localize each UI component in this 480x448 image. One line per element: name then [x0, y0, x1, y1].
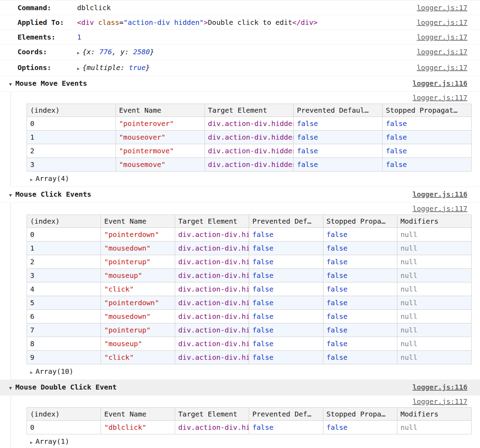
cell-prevented-default: false	[249, 323, 323, 337]
cell-stopped-propagation: false	[383, 144, 472, 158]
cell-stopped-propagation: false	[323, 310, 397, 323]
cell-stopped-propagation: false	[323, 323, 397, 337]
collapse-arrow-icon[interactable]: ▼	[9, 80, 12, 89]
cell-event-name: "mousedown"	[101, 241, 175, 255]
tag-open-token: <div	[77, 18, 98, 27]
group-header-mouse-click-events[interactable]: ▼ Mouse Click Events logger.js:116	[0, 187, 480, 203]
cell-target-element[interactable]: div.action-div.hidden	[175, 351, 249, 364]
source-link[interactable]: logger.js:17	[417, 4, 468, 12]
cell-stopped-propagation: false	[323, 255, 397, 269]
group-header-mouse-double-click-event[interactable]: ▼ Mouse Double Click Event logger.js:116	[0, 380, 480, 396]
cell-prevented-default: false	[249, 269, 323, 282]
cell-target-element[interactable]: div.action-div.hidden	[175, 282, 249, 296]
source-link[interactable]: logger.js:116	[412, 190, 467, 198]
cell-event-name: "dblclick"	[101, 421, 175, 434]
cell-prevented-default: false	[249, 421, 323, 434]
cell-stopped-propagation: false	[323, 241, 397, 255]
table-row: 9 "click" div.action-div.hidden false fa…	[27, 351, 472, 364]
table-row: 2 "pointermove" div.action-div.hidden fa…	[27, 144, 472, 158]
cell-event-name: "mouseup"	[101, 337, 175, 351]
table-row: 0 "dblclick" div.action-div.hidden false…	[27, 421, 472, 434]
cell-prevented-default: false	[294, 158, 383, 172]
command-value: dblclick	[77, 4, 111, 12]
console-entry-coords: Coords: ▶ {x: 776, y: 2580} logger.js:17	[0, 44, 480, 60]
source-link[interactable]: logger.js:117	[412, 204, 467, 213]
column-header: Target Element	[175, 215, 249, 228]
cell-index: 3	[27, 269, 101, 282]
cell-target-element[interactable]: div.action-div.hidden	[205, 117, 294, 131]
cell-target-element[interactable]: div.action-div.hidden	[175, 255, 249, 269]
entry-label-applied-to: Applied To:	[18, 18, 77, 27]
cell-event-name: "mouseover"	[116, 131, 205, 144]
multiple-value: true	[129, 63, 146, 72]
cell-modifiers: null	[397, 296, 472, 310]
array-toggle[interactable]: ▶ Array(1)	[27, 434, 480, 448]
column-header: Event Name	[101, 215, 175, 228]
cell-prevented-default: false	[249, 310, 323, 323]
cell-index: 7	[27, 323, 101, 337]
cell-event-name: "pointerover"	[116, 117, 205, 131]
table-source-row: logger.js:117	[11, 396, 480, 407]
source-link[interactable]: logger.js:116	[412, 383, 467, 391]
expand-arrow-icon[interactable]: ▶	[30, 175, 33, 184]
preview-text: {x:	[82, 48, 99, 56]
cell-modifiers: null	[397, 351, 472, 364]
cell-stopped-propagation: false	[323, 269, 397, 282]
array-toggle[interactable]: ▶ Array(4)	[27, 172, 480, 187]
cell-index: 3	[27, 158, 116, 172]
group-header-mouse-move-events[interactable]: ▼ Mouse Move Events logger.js:116	[0, 76, 480, 92]
element-node-preview[interactable]: <div class="action-div hidden">Double cl…	[77, 18, 317, 27]
source-link[interactable]: logger.js:116	[412, 79, 467, 88]
source-link[interactable]: logger.js:17	[417, 63, 468, 72]
cell-prevented-default: false	[249, 241, 323, 255]
table-row: 0 "pointerdown" div.action-div.hidden fa…	[27, 228, 472, 241]
expand-arrow-icon[interactable]: ▶	[77, 49, 80, 57]
cell-target-element[interactable]: div.action-div.hidden	[205, 131, 294, 144]
cell-modifiers: null	[397, 323, 472, 337]
cell-target-element[interactable]: div.action-div.hidden	[205, 158, 294, 172]
collapse-arrow-icon[interactable]: ▼	[9, 384, 12, 392]
expand-arrow-icon[interactable]: ▶	[77, 64, 80, 73]
column-header: Target Element	[205, 104, 294, 117]
expand-arrow-icon[interactable]: ▶	[30, 438, 33, 447]
console-table-entry: (index)Event NameTarget ElementPrevented…	[11, 407, 480, 448]
array-toggle[interactable]: ▶ Array(10)	[27, 364, 480, 379]
source-link[interactable]: logger.js:17	[417, 48, 468, 56]
tag-close-token: >	[204, 18, 208, 27]
devtools-console-panel: Command: dblclick logger.js:17 Applied T…	[0, 0, 480, 448]
cell-stopped-propagation: false	[383, 158, 472, 172]
source-link[interactable]: logger.js:117	[412, 397, 467, 406]
cell-target-element[interactable]: div.action-div.hidden	[175, 310, 249, 323]
options-object-preview[interactable]: {multiple: true}	[82, 63, 150, 72]
source-link[interactable]: logger.js:117	[412, 93, 467, 102]
cell-stopped-propagation: false	[323, 337, 397, 351]
expand-arrow-icon[interactable]: ▶	[30, 368, 33, 377]
table-source-row: logger.js:117	[11, 92, 480, 104]
source-link[interactable]: logger.js:17	[417, 18, 468, 27]
source-link[interactable]: logger.js:17	[417, 33, 468, 41]
column-header: Stopped Propa…	[323, 408, 397, 421]
cell-index: 4	[27, 282, 101, 296]
array-label: Array(4)	[35, 174, 69, 183]
mouse-double-click-event-table: (index)Event NameTarget ElementPrevented…	[27, 407, 472, 434]
cell-stopped-propagation: false	[323, 421, 397, 434]
cell-event-name: "pointermove"	[116, 144, 205, 158]
cell-prevented-default: false	[249, 351, 323, 364]
cell-target-element[interactable]: div.action-div.hidden	[205, 144, 294, 158]
cell-event-name: "pointerup"	[101, 255, 175, 269]
console-table-entry: (index)Event NameTarget ElementPrevented…	[11, 215, 480, 379]
entry-label-command: Command:	[18, 4, 77, 12]
cell-event-name: "mouseup"	[101, 269, 175, 282]
cell-target-element[interactable]: div.action-div.hidden	[175, 421, 249, 434]
cell-target-element[interactable]: div.action-div.hidden	[175, 337, 249, 351]
cell-target-element[interactable]: div.action-div.hidden	[175, 323, 249, 337]
column-header: (index)	[27, 408, 101, 421]
cell-target-element[interactable]: div.action-div.hidden	[175, 241, 249, 255]
cell-target-element[interactable]: div.action-div.hidden	[175, 296, 249, 310]
cell-target-element[interactable]: div.action-div.hidden	[175, 269, 249, 282]
tag-end-token: </div>	[292, 18, 317, 27]
collapse-arrow-icon[interactable]: ▼	[9, 191, 12, 200]
cell-event-name: "click"	[101, 282, 175, 296]
cell-target-element[interactable]: div.action-div.hidden	[175, 228, 249, 241]
coords-object-preview[interactable]: {x: 776, y: 2580}	[82, 48, 154, 56]
